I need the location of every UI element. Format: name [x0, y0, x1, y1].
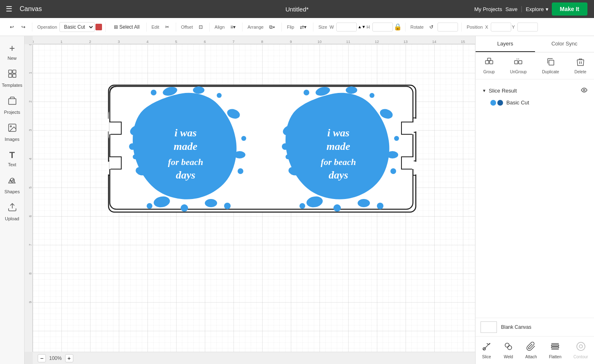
flatten-label: Flatten — [549, 355, 562, 359]
zoom-out-button[interactable]: − — [38, 354, 46, 362]
ruler-left-2: 2 — [28, 100, 32, 102]
svg-point-51 — [387, 151, 398, 158]
delete-tool[interactable]: Delete — [571, 56, 589, 76]
edit-group: Edit ✂ — [148, 23, 176, 32]
canvas-thumbnail — [481, 321, 497, 333]
ruler-left-3: 3 — [28, 129, 32, 131]
sidebar-item-images-label: Images — [5, 137, 19, 142]
zoom-level: 100% — [49, 355, 62, 361]
layer-basic-cut[interactable]: Basic Cut — [481, 97, 589, 108]
arrange-button[interactable]: ⧉▾ — [266, 23, 278, 32]
sidebar-item-images[interactable]: Images — [1, 120, 23, 145]
main-area: + New Templates Projects — [0, 36, 594, 364]
duplicate-icon — [546, 57, 555, 68]
ruler-mark-8: 8 — [261, 40, 263, 44]
lock-icon[interactable]: 🔒 — [394, 23, 402, 31]
group-label: Group — [483, 70, 495, 74]
tab-layers[interactable]: Layers — [476, 36, 535, 52]
slice-icon — [482, 341, 492, 353]
undo-button[interactable]: ↩ — [7, 23, 17, 32]
weld-icon — [503, 341, 513, 353]
ungroup-tool[interactable]: UnGroup — [507, 56, 530, 76]
explore-button[interactable]: Explore ▾ — [526, 6, 548, 12]
images-icon — [7, 123, 17, 135]
make-it-button[interactable]: Make It — [552, 2, 587, 16]
width-input[interactable] — [336, 23, 357, 32]
canvas-area[interactable]: 0 1 2 3 4 5 6 7 8 9 10 11 12 13 14 15 0 … — [25, 36, 475, 364]
slice-label: Slice — [482, 355, 491, 359]
ruler-left-4: 4 — [28, 158, 32, 160]
tab-color-sync[interactable]: Color Sync — [535, 36, 594, 52]
height-stepper-up[interactable]: ▲▼ — [358, 25, 366, 29]
flip-button[interactable]: ⇄▾ — [297, 23, 310, 32]
save-button[interactable]: Save — [506, 6, 518, 12]
hamburger-menu[interactable]: ☰ — [0, 0, 18, 18]
svg-point-40 — [151, 90, 156, 95]
align-group: Align ≡▾ — [211, 23, 243, 32]
sidebar-item-shapes[interactable]: Shapes — [1, 172, 23, 197]
sidebar-item-text-label: Text — [8, 162, 16, 167]
visibility-icon[interactable] — [581, 87, 587, 95]
edit-button[interactable]: ✂ — [162, 23, 172, 32]
ruler-mark-12: 12 — [375, 40, 379, 44]
my-projects-link[interactable]: My Projects — [474, 6, 502, 12]
flip-label: Flip — [287, 25, 294, 29]
operation-select[interactable]: Basic Cut — [59, 22, 95, 32]
ruler-mark-15: 15 — [461, 40, 465, 44]
ruler-mark-6: 6 — [204, 40, 206, 44]
sidebar-item-upload[interactable]: Upload — [1, 199, 23, 224]
slice-result-header[interactable]: ▼ Slice Result — [481, 84, 589, 97]
panel-actions: Slice Weld Attach — [476, 336, 594, 364]
flatten-action[interactable]: Flatten — [546, 340, 565, 361]
weld-action[interactable]: Weld — [500, 340, 517, 361]
svg-text:i was: i was — [175, 127, 197, 139]
svg-point-75 — [505, 343, 509, 347]
ruler-left-5: 5 — [28, 186, 32, 188]
duplicate-tool[interactable]: Duplicate — [539, 56, 562, 76]
rotate-input[interactable] — [438, 23, 458, 32]
layer-dots — [490, 100, 503, 106]
group-tool[interactable]: Group — [480, 56, 498, 76]
svg-rect-21 — [109, 122, 111, 134]
redo-button[interactable]: ↪ — [18, 23, 29, 32]
rotate-button[interactable]: ↺ — [426, 23, 437, 32]
ruler-mark-5: 5 — [175, 40, 177, 44]
canvas-content[interactable]: i was made for beach days — [33, 44, 475, 352]
contour-label: Contour — [574, 355, 588, 359]
ungroup-label: UnGroup — [510, 70, 527, 74]
select-all-button[interactable]: ⊞ Select All — [111, 23, 143, 32]
slice-action[interactable]: Slice — [478, 340, 495, 361]
svg-point-6 — [10, 126, 11, 127]
svg-point-39 — [241, 136, 246, 141]
design-wrapper[interactable]: i was made for beach days — [107, 83, 418, 214]
collapse-icon: ▼ — [482, 88, 486, 93]
svg-rect-22 — [109, 157, 111, 169]
x-input[interactable] — [491, 23, 511, 32]
align-button[interactable]: ≡▾ — [227, 23, 239, 32]
svg-point-32 — [193, 86, 204, 94]
upload-icon — [7, 202, 17, 215]
contour-action[interactable]: Contour — [570, 340, 592, 361]
ruler-mark-9: 9 — [290, 40, 292, 44]
height-input[interactable] — [372, 23, 393, 32]
ruler-mark-3: 3 — [118, 40, 120, 44]
ruler-top: 0 1 2 3 4 5 6 7 8 9 10 11 12 13 14 15 — [33, 36, 475, 44]
svg-rect-68 — [490, 61, 493, 64]
basic-cut-label: Basic Cut — [506, 99, 529, 106]
separator: | — [521, 5, 522, 13]
sidebar-item-projects[interactable]: Projects — [1, 93, 23, 118]
y-input[interactable] — [517, 23, 538, 32]
ruler-left-9: 9 — [28, 301, 32, 303]
attach-action[interactable]: Attach — [522, 340, 540, 361]
contour-icon — [576, 341, 586, 353]
sidebar-item-templates[interactable]: Templates — [1, 66, 23, 91]
color-swatch[interactable] — [95, 24, 102, 30]
explore-label: Explore — [526, 6, 544, 12]
svg-point-60 — [394, 136, 399, 141]
sidebar-item-text[interactable]: T Text — [1, 147, 23, 170]
chevron-down-icon: ▾ — [546, 6, 549, 12]
sidebar-item-new[interactable]: + New — [1, 39, 23, 64]
zoom-in-button[interactable]: + — [65, 354, 73, 362]
ruler-mark-4: 4 — [146, 40, 148, 44]
offset-button[interactable]: ⊡ — [195, 23, 206, 32]
